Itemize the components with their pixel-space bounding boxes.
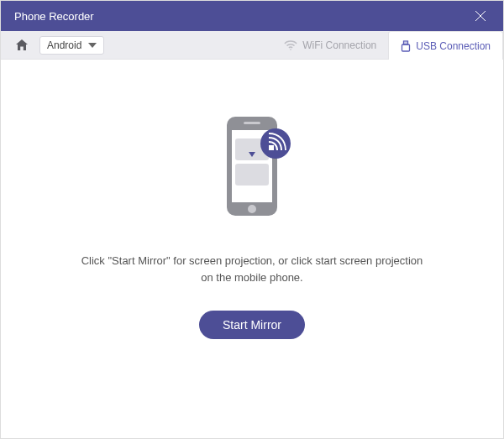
usb-icon [401,40,411,52]
device-select-label: Android [47,39,81,51]
svg-point-10 [248,205,256,213]
wifi-icon [284,40,297,50]
tab-usb-connection[interactable]: USB Connection [388,31,503,60]
tab-wifi-connection[interactable]: WiFi Connection [272,31,388,59]
tab-label: WiFi Connection [302,39,376,51]
main-content: Click "Start Mirror" for screen projecti… [1,60,503,438]
start-mirror-button[interactable]: Start Mirror [199,311,305,339]
app-window: Phone Recorder Android [0,0,504,439]
svg-rect-15 [269,145,274,150]
instruction-text: Click "Start Mirror" for screen projecti… [76,253,428,285]
svg-point-14 [260,128,291,159]
svg-point-2 [290,49,291,50]
home-icon [15,39,29,52]
svg-rect-12 [235,164,269,186]
close-button[interactable] [461,1,500,31]
tab-label: USB Connection [416,40,491,52]
home-button[interactable] [9,31,34,59]
close-icon [475,10,486,22]
device-select[interactable]: Android [39,31,104,59]
toolbar: Android WiFi Connection USB [1,31,503,60]
titlebar: Phone Recorder [1,1,503,31]
svg-rect-9 [244,122,260,124]
chevron-down-icon [88,43,97,48]
app-title: Phone Recorder [14,10,94,23]
svg-rect-4 [402,44,410,51]
phone-cast-illustration [202,110,302,227]
